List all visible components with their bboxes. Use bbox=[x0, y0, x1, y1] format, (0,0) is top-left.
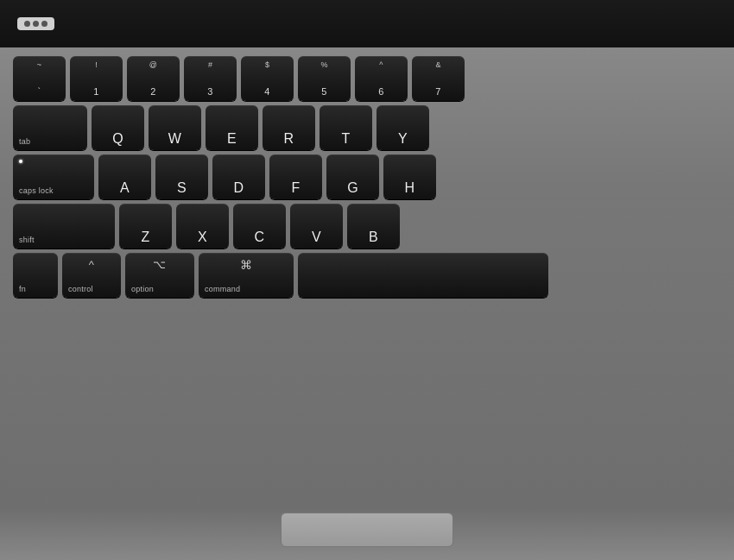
key-b[interactable]: B bbox=[347, 204, 400, 249]
key-t[interactable]: T bbox=[320, 105, 372, 150]
key-r[interactable]: R bbox=[263, 105, 315, 150]
key-a[interactable]: A bbox=[98, 154, 151, 199]
key-q[interactable]: Q bbox=[92, 105, 144, 150]
key-3[interactable]: # 3 bbox=[184, 56, 237, 101]
row-modifiers: fn ^ control ⌥ option ⌘ command bbox=[13, 253, 721, 298]
trackpad[interactable] bbox=[281, 513, 453, 547]
touch-bar-button[interactable] bbox=[17, 17, 54, 30]
caps-lock-indicator bbox=[19, 160, 22, 163]
row-zxcv: shift Z X C V B bbox=[13, 204, 721, 249]
key-c[interactable]: C bbox=[233, 204, 286, 249]
bottom-area bbox=[0, 508, 734, 560]
touch-bar-dot-1 bbox=[24, 21, 30, 27]
row-numbers: ~ ` ! 1 @ 2 # 3 $ 4 bbox=[13, 56, 721, 101]
key-d[interactable]: D bbox=[212, 154, 265, 199]
row-asdf: caps lock A S D F G H bbox=[13, 154, 721, 199]
laptop-body: ~ ` ! 1 @ 2 # 3 $ 4 bbox=[0, 0, 734, 560]
key-5[interactable]: % 5 bbox=[298, 56, 351, 101]
touch-bar-dot-3 bbox=[41, 21, 47, 27]
touch-bar-dot-2 bbox=[33, 21, 39, 27]
key-f[interactable]: F bbox=[269, 154, 322, 199]
key-4[interactable]: $ 4 bbox=[241, 56, 294, 101]
key-shift[interactable]: shift bbox=[13, 204, 115, 249]
key-1[interactable]: ! 1 bbox=[70, 56, 123, 101]
keyboard: ~ ` ! 1 @ 2 # 3 $ 4 bbox=[13, 56, 721, 298]
key-w[interactable]: W bbox=[149, 105, 201, 150]
key-tilde[interactable]: ~ ` bbox=[13, 56, 66, 101]
key-6[interactable]: ^ 6 bbox=[355, 56, 408, 101]
touch-bar bbox=[0, 0, 734, 47]
key-option[interactable]: ⌥ option bbox=[125, 253, 194, 298]
key-7[interactable]: & 7 bbox=[412, 56, 465, 101]
keyboard-container: ~ ` ! 1 @ 2 # 3 $ 4 bbox=[0, 47, 734, 508]
key-e[interactable]: E bbox=[206, 105, 258, 150]
key-s[interactable]: S bbox=[155, 154, 208, 199]
key-control[interactable]: ^ control bbox=[62, 253, 121, 298]
key-h[interactable]: H bbox=[383, 154, 436, 199]
key-caps-lock[interactable]: caps lock bbox=[13, 154, 94, 199]
key-tab[interactable]: tab bbox=[13, 105, 87, 150]
key-x[interactable]: X bbox=[176, 204, 229, 249]
row-qwerty: tab Q W E R T Y bbox=[13, 105, 721, 150]
key-v[interactable]: V bbox=[290, 204, 343, 249]
key-command[interactable]: ⌘ command bbox=[199, 253, 294, 298]
key-space[interactable] bbox=[298, 253, 548, 298]
key-2[interactable]: @ 2 bbox=[127, 56, 180, 101]
key-y[interactable]: Y bbox=[376, 105, 429, 150]
key-g[interactable]: G bbox=[326, 154, 379, 199]
key-z[interactable]: Z bbox=[119, 204, 172, 249]
key-fn[interactable]: fn bbox=[13, 253, 58, 298]
